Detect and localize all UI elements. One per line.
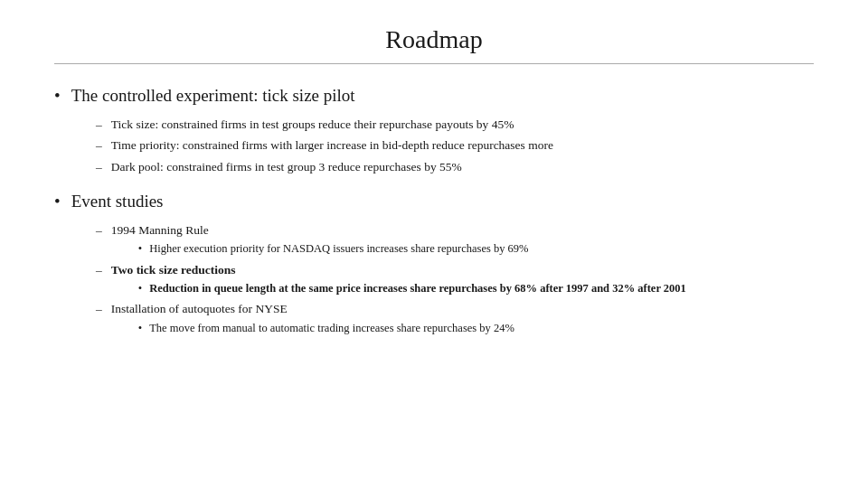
nested-bullet-2-2-1-text: Reduction in queue length at the same pr…: [149, 280, 686, 296]
main-bullet-2: • Event studies: [54, 190, 814, 214]
sub-bullets-1: – Tick size: constrained firms in test g…: [96, 116, 814, 178]
dash-2-3: –: [96, 300, 102, 318]
section-controlled-experiment: • The controlled experiment: tick size p…: [54, 84, 814, 177]
sub-bullet-2-1: – 1994 Manning Rule • Higher execution p…: [96, 221, 814, 258]
sub-bullet-1-3: – Dark pool: constrained firms in test g…: [96, 158, 814, 176]
slide: Roadmap • The controlled experiment: tic…: [0, 0, 868, 488]
dash-1-1: –: [96, 116, 102, 134]
sub-bullet-1-2-text: Time priority: constrained firms with la…: [111, 136, 553, 155]
sub-bullet-1-2: – Time priority: constrained firms with …: [96, 136, 814, 155]
content-area: • The controlled experiment: tick size p…: [54, 84, 814, 461]
nested-bullet-2-3-1-text: The move from manual to automatic tradin…: [149, 320, 514, 336]
bullet-dot-2: •: [54, 190, 61, 214]
dash-2-2: –: [96, 261, 102, 279]
main-bullet-1-text: The controlled experiment: tick size pil…: [71, 84, 355, 108]
bullet-dot-1: •: [54, 84, 61, 108]
nested-bullet-2-1-1-text: Higher execution priority for NASDAQ iss…: [149, 240, 528, 257]
sub-bullet-1-3-text: Dark pool: constrained firms in test gro…: [111, 158, 462, 176]
sub-bullet-2-3: – Installation of autoquotes for NYSE • …: [96, 300, 814, 336]
nested-dot-2-2-1: •: [138, 280, 142, 296]
nested-dot-2-1-1: •: [138, 240, 142, 257]
nested-bullet-2-3-1: • The move from manual to automatic trad…: [138, 320, 514, 336]
sub-bullet-2-2-text: Two tick size reductions: [111, 261, 686, 279]
slide-title: Roadmap: [54, 25, 814, 54]
nested-bullets-2-3: • The move from manual to automatic trad…: [138, 320, 514, 336]
title-divider: [54, 63, 814, 64]
nested-bullet-2-2-1: • Reduction in queue length at the same …: [138, 280, 686, 296]
main-bullet-1: • The controlled experiment: tick size p…: [54, 84, 814, 108]
sub-bullet-1-1-text: Tick size: constrained firms in test gro…: [111, 116, 514, 134]
nested-bullets-2-2: • Reduction in queue length at the same …: [138, 280, 686, 296]
dash-1-2: –: [96, 136, 102, 155]
nested-bullets-2-1: • Higher execution priority for NASDAQ i…: [138, 240, 529, 257]
sub-bullet-1-1: – Tick size: constrained firms in test g…: [96, 116, 814, 134]
sub-bullet-2-3-text: Installation of autoquotes for NYSE: [111, 300, 514, 318]
nested-dot-2-3-1: •: [138, 320, 142, 336]
sub-bullet-2-1-text: 1994 Manning Rule: [111, 221, 529, 239]
sub-bullet-2-2: – Two tick size reductions • Reduction i…: [96, 261, 814, 297]
section-event-studies: • Event studies – 1994 Manning Rule • Hi…: [54, 190, 814, 338]
sub-bullets-2: – 1994 Manning Rule • Higher execution p…: [96, 221, 814, 338]
dash-1-3: –: [96, 158, 102, 176]
main-bullet-2-text: Event studies: [71, 190, 164, 214]
dash-2-1: –: [96, 221, 102, 239]
nested-bullet-2-1-1: • Higher execution priority for NASDAQ i…: [138, 240, 529, 257]
